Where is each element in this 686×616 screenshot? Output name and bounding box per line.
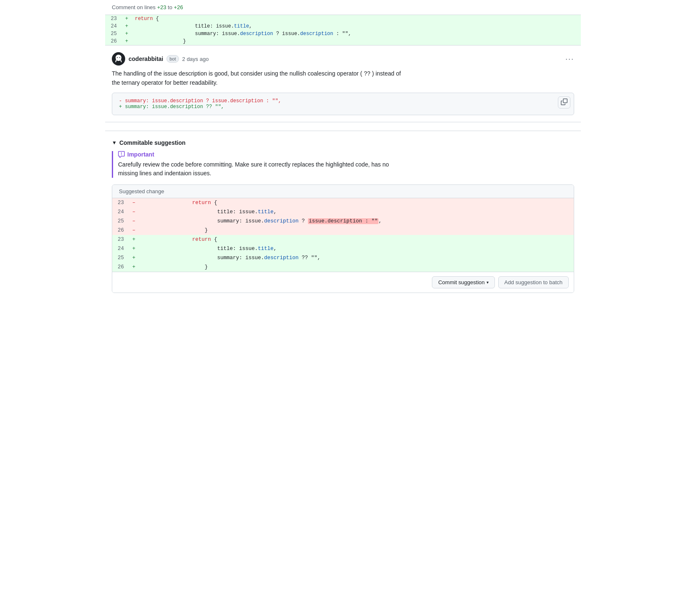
comment-on-lines-text: Comment on lines bbox=[112, 4, 156, 10]
important-title: Important bbox=[118, 151, 574, 158]
commitable-title-text: Commitable suggestion bbox=[119, 139, 186, 146]
comment-author: coderabbitai bbox=[129, 56, 163, 62]
line-num: 26 bbox=[112, 226, 129, 235]
diff-sign: + bbox=[129, 253, 139, 263]
diff-code: summary: issue.description ? issue.descr… bbox=[131, 30, 581, 38]
table-row: 24 + title: issue.title, bbox=[112, 244, 574, 253]
rabbit-icon bbox=[113, 54, 124, 64]
line-num: 24 bbox=[112, 244, 129, 253]
table-row: 26 + } bbox=[105, 38, 581, 45]
line-num: 24 bbox=[112, 207, 129, 217]
top-diff-table: 23 + return { 24 + title: issue.title, 2… bbox=[105, 15, 581, 45]
diff-sign: + bbox=[122, 38, 131, 45]
diff-sign: + bbox=[129, 263, 139, 272]
important-label: Important bbox=[127, 151, 154, 158]
suggested-change-header: Suggested change bbox=[112, 185, 574, 198]
important-icon bbox=[118, 151, 125, 158]
diff-code: summary: issue.description ? issue.descr… bbox=[139, 217, 574, 226]
suggestion-code-block: - summary: issue.description ? issue.des… bbox=[112, 93, 574, 115]
diff-code: summary: issue.description ?? "", bbox=[139, 253, 574, 263]
table-row: 23 + return { bbox=[105, 15, 581, 23]
comment-body-line1: The handling of the issue description is… bbox=[112, 69, 574, 78]
diff-code: title: issue.title, bbox=[139, 207, 574, 217]
add-to-batch-label: Add suggestion to batch bbox=[504, 279, 563, 285]
diff-sign: + bbox=[122, 15, 131, 23]
diff-sign: – bbox=[129, 217, 139, 226]
comment-header: coderabbitai bot 2 days ago ··· bbox=[112, 52, 574, 66]
table-row: 24 + title: issue.title, bbox=[105, 23, 581, 30]
copy-button[interactable] bbox=[558, 96, 570, 109]
table-row: 23 + return { bbox=[112, 235, 574, 244]
commitable-title: ▼ Commitable suggestion bbox=[112, 139, 574, 146]
important-text: Carefully review the code before committ… bbox=[118, 160, 574, 178]
suggested-change-box: Suggested change 23 – return { 24 – bbox=[112, 184, 574, 293]
table-row: 26 + } bbox=[112, 263, 574, 272]
suggestion-added-line: + summary: issue.description ?? "", bbox=[119, 104, 567, 110]
table-row: 23 – return { bbox=[112, 198, 574, 207]
diff-code: } bbox=[139, 263, 574, 272]
comment-body-line2: the ternary operator for better readabil… bbox=[112, 78, 574, 87]
suggestion-removed-line: - summary: issue.description ? issue.des… bbox=[119, 98, 567, 104]
diff-sign: + bbox=[129, 235, 139, 244]
commit-suggestion-label: Commit suggestion bbox=[438, 279, 484, 285]
important-notice: Important Carefully review the code befo… bbox=[112, 151, 574, 178]
table-row: 25 + summary: issue.description ? issue.… bbox=[105, 30, 581, 38]
diff-sign: – bbox=[129, 226, 139, 235]
diff-code: return { bbox=[131, 15, 581, 23]
diff-code: title: issue.title, bbox=[139, 244, 574, 253]
comment-body: The handling of the issue description is… bbox=[112, 69, 574, 88]
line-num: 26 bbox=[112, 263, 129, 272]
line-num: 25 bbox=[105, 30, 122, 38]
triangle-icon: ▼ bbox=[112, 140, 117, 146]
diff-code: } bbox=[139, 226, 574, 235]
line-num: 23 bbox=[112, 235, 129, 244]
section-divider bbox=[105, 131, 581, 131]
line-num: 25 bbox=[112, 217, 129, 226]
chevron-down-icon: ▾ bbox=[487, 280, 489, 285]
suggested-change-label: Suggested change bbox=[119, 188, 164, 194]
avatar bbox=[112, 52, 125, 66]
table-row: 25 – summary: issue.description ? issue.… bbox=[112, 217, 574, 226]
important-text-line1: Carefully review the code before committ… bbox=[118, 160, 574, 169]
table-row: 25 + summary: issue.description ?? "", bbox=[112, 253, 574, 263]
comment-on-lines-header: Comment on lines +23 to +26 bbox=[105, 0, 581, 15]
diff-sign: + bbox=[122, 23, 131, 30]
diff-code: } bbox=[131, 38, 581, 45]
diff-code: title: issue.title, bbox=[131, 23, 581, 30]
commitable-suggestion-section: ▼ Commitable suggestion Important Carefu… bbox=[105, 139, 581, 300]
comment-block: coderabbitai bot 2 days ago ··· The hand… bbox=[105, 45, 581, 122]
range-start: +23 bbox=[157, 4, 166, 10]
important-text-line2: missing lines and indentaion issues. bbox=[118, 169, 574, 178]
table-row: 26 – } bbox=[112, 226, 574, 235]
action-bar: Commit suggestion ▾ Add suggestion to ba… bbox=[112, 272, 574, 293]
line-num: 26 bbox=[105, 38, 122, 45]
line-num: 25 bbox=[112, 253, 129, 263]
diff-sign: – bbox=[129, 198, 139, 207]
sc-diff-table: 23 – return { 24 – title: issue.title, 2… bbox=[112, 198, 574, 272]
comment-badge: bot bbox=[166, 55, 179, 63]
line-num: 23 bbox=[112, 198, 129, 207]
diff-sign: + bbox=[129, 244, 139, 253]
line-num: 24 bbox=[105, 23, 122, 30]
range-to: to bbox=[168, 4, 172, 10]
table-row: 24 – title: issue.title, bbox=[112, 207, 574, 217]
line-num: 23 bbox=[105, 15, 122, 23]
main-container: Comment on lines +23 to +26 23 + return … bbox=[105, 0, 581, 300]
add-to-batch-button[interactable]: Add suggestion to batch bbox=[498, 276, 569, 288]
diff-sign: – bbox=[129, 207, 139, 217]
diff-code: return { bbox=[139, 198, 574, 207]
comment-timestamp: 2 days ago bbox=[182, 56, 209, 62]
comment-header-left: coderabbitai bot 2 days ago bbox=[112, 52, 209, 66]
diff-code: return { bbox=[139, 235, 574, 244]
commit-suggestion-button[interactable]: Commit suggestion ▾ bbox=[432, 276, 494, 288]
diff-sign: + bbox=[122, 30, 131, 38]
range-end: +26 bbox=[174, 4, 183, 10]
comment-menu[interactable]: ··· bbox=[565, 55, 574, 63]
copy-icon bbox=[561, 98, 567, 105]
